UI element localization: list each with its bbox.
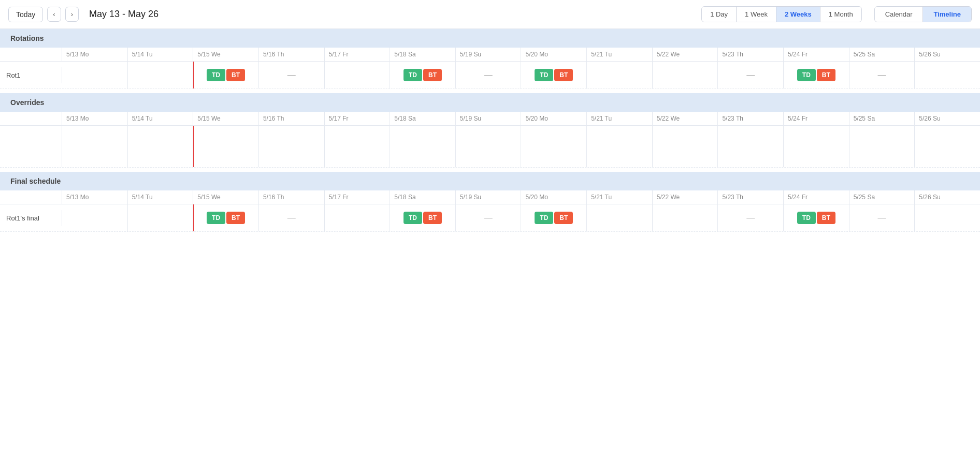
fs-day-header-8: 5/21 Tu [587,190,653,204]
label-spacer-ov [0,112,62,125]
rot1-cell-9 [653,62,718,88]
fs-day-header-12: 5/25 Sa [849,190,915,204]
final-grid: 5/13 Mo 5/14 Tu 5/15 We 5/16 Th 5/17 Fr … [0,190,980,232]
fs-day-header-11: 5/24 Fr [784,190,849,204]
fs-day-header-7: 5/20 Mo [521,190,587,204]
view-2weeks[interactable]: 2 Weeks [776,7,820,22]
day-header-2: 5/15 We [193,48,259,61]
overrides-empty-row [0,126,980,168]
ov-day-header-2: 5/15 We [193,112,259,125]
ov-cell-4 [325,126,391,167]
today-button[interactable]: Today [8,7,43,22]
pill-bt-1[interactable]: BT [226,69,245,81]
day-header-8: 5/21 Tu [587,48,653,61]
day-header-7: 5/20 Mo [521,48,587,61]
fs-cell-7: TD BT [521,204,587,231]
mode-timeline[interactable]: Timeline [923,7,971,22]
rot1-label: Rot1 [0,67,62,83]
rotations-grid: 5/13 Mo 5/14 Tu 5/15 We 5/16 Th 5/17 Fr … [0,48,980,89]
section-final-schedule: Final schedule 5/13 Mo 5/14 Tu 5/15 We 5… [0,172,980,232]
fs-cell-13 [915,204,980,231]
ov-cell-1 [128,126,194,167]
section-overrides: Overrides 5/13 Mo 5/14 Tu 5/15 We 5/16 T… [0,93,980,168]
fs-cell-2: TD BT [193,204,259,231]
toolbar: Today ‹ › May 13 - May 26 1 Day 1 Week 2… [0,0,980,29]
fs-pill-bt-1[interactable]: BT [226,212,245,224]
ov-day-header-12: 5/25 Sa [849,112,915,125]
rot1final-row: Rot1's final TD BT — [0,204,980,232]
fs-pill-td-3[interactable]: TD [535,212,553,224]
fs-day-header-0: 5/13 Mo [62,190,128,204]
rot1-cell-6: — [456,62,522,88]
ov-cell-7 [521,126,587,167]
pill-td-1[interactable]: TD [207,69,225,81]
section-overrides-header: Overrides [0,93,980,112]
day-header-0: 5/13 Mo [62,48,128,61]
rot1-cell-7: TD BT [521,62,587,88]
prev-button[interactable]: ‹ [47,7,61,22]
ov-cell-9 [653,126,718,167]
fs-cell-6: — [456,204,522,231]
rot1final-label: Rot1's final [0,210,62,226]
overrides-label-spacer [0,126,62,167]
fs-day-header-13: 5/26 Su [915,190,980,204]
fs-pill-bt-3[interactable]: BT [554,212,573,224]
rot1-cell-1 [128,62,194,88]
fs-cell-11: TD BT [784,204,849,231]
ov-day-header-0: 5/13 Mo [62,112,128,125]
day-header-3: 5/16 Th [259,48,325,61]
overrides-grid: 5/13 Mo 5/14 Tu 5/15 We 5/16 Th 5/17 Fr … [0,112,980,168]
section-rotations-header: Rotations [0,29,980,48]
ov-cell-2-today [193,126,259,167]
rot1-cell-2: TD BT [193,62,259,88]
fs-cell-0 [62,204,128,231]
ov-day-header-4: 5/17 Fr [325,112,391,125]
ov-day-header-1: 5/14 Tu [128,112,194,125]
rot1-cell-8 [587,62,653,88]
fs-pills-5: TD BT [391,212,454,224]
view-1week[interactable]: 1 Week [737,7,776,22]
ov-cell-11 [784,126,849,167]
fs-cell-12: — [849,204,915,231]
day-header-12: 5/25 Sa [849,48,915,61]
ov-cell-0 [62,126,128,167]
fs-day-header-2: 5/15 We [193,190,259,204]
ov-cell-13 [915,126,980,167]
fs-day-header-5: 5/18 Sa [390,190,456,204]
pill-bt-3[interactable]: BT [554,69,573,81]
fs-cell-5: TD BT [390,204,456,231]
day-header-10: 5/23 Th [718,48,784,61]
ov-day-header-11: 5/24 Fr [784,112,849,125]
ov-day-header-9: 5/22 We [653,112,718,125]
fs-pills-2: TD BT [194,212,257,224]
date-range: May 13 - May 26 [89,9,691,20]
pill-td-4[interactable]: TD [797,69,816,81]
rotations-day-headers: 5/13 Mo 5/14 Tu 5/15 We 5/16 Th 5/17 Fr … [0,48,980,62]
view-1day[interactable]: 1 Day [702,7,737,22]
day-header-6: 5/19 Su [456,48,522,61]
pill-td-3[interactable]: TD [535,69,553,81]
fs-pill-td-2[interactable]: TD [403,212,422,224]
rot1-cell-5: TD BT [390,62,456,88]
view-1month[interactable]: 1 Month [820,7,861,22]
rot1-cell-0 [62,62,128,88]
final-day-headers: 5/13 Mo 5/14 Tu 5/15 We 5/16 Th 5/17 Fr … [0,190,980,204]
fs-pills-11: TD BT [785,212,848,224]
fs-cell-9 [653,204,718,231]
ov-day-header-5: 5/18 Sa [390,112,456,125]
next-button[interactable]: › [65,7,79,22]
mode-calendar[interactable]: Calendar [875,7,924,22]
fs-pill-td-1[interactable]: TD [207,212,225,224]
day-header-9: 5/22 We [653,48,718,61]
rot1-pills-5: TD BT [391,69,454,81]
pill-td-2[interactable]: TD [403,69,422,81]
pill-bt-4[interactable]: BT [817,69,835,81]
section-rotations: Rotations 5/13 Mo 5/14 Tu 5/15 We 5/16 T… [0,29,980,89]
pill-bt-2[interactable]: BT [423,69,442,81]
label-spacer-fs [0,190,62,204]
fs-pill-td-4[interactable]: TD [797,212,816,224]
day-header-5: 5/18 Sa [390,48,456,61]
fs-pill-bt-4[interactable]: BT [817,212,835,224]
rot1-row: Rot1 TD BT — [0,62,980,89]
fs-pill-bt-2[interactable]: BT [423,212,442,224]
